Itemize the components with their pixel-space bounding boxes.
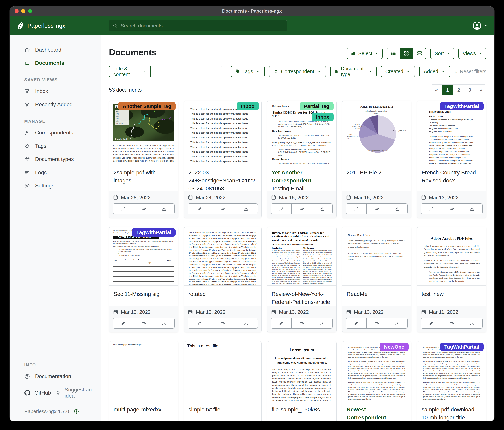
download-document-button[interactable] bbox=[312, 204, 333, 214]
document-card[interactable]: TagWithPartialLorem ipsum dolor sit amet… bbox=[417, 341, 486, 421]
tag-inbox[interactable]: Inbox bbox=[237, 102, 259, 111]
preview-document-button[interactable] bbox=[133, 204, 154, 214]
document-title[interactable]: 2011 BP Pie 2 bbox=[342, 164, 411, 191]
document-thumbnail[interactable]: This is a test file. bbox=[184, 341, 261, 401]
document-card[interactable]: InboxThis is a test for the double space… bbox=[184, 101, 261, 218]
edit-document-button[interactable] bbox=[421, 318, 441, 328]
download-document-button[interactable] bbox=[387, 318, 407, 328]
document-title[interactable]: Sec 11-Missing sig bbox=[109, 286, 178, 306]
minimize-window-button[interactable] bbox=[21, 9, 25, 13]
document-title[interactable]: file-sample_150kBs bbox=[267, 401, 336, 421]
edit-document-button[interactable] bbox=[346, 318, 366, 328]
document-card[interactable]: TagWithPartialFrench Country BreadFor th… bbox=[417, 101, 486, 218]
sidebar-item-logs[interactable]: Logs bbox=[9, 166, 101, 179]
document-card[interactable]: This is a test file.simple txt file bbox=[184, 341, 261, 421]
document-card[interactable]: Another Sample TagBoundary Waters TripLe… bbox=[109, 101, 178, 218]
user-menu[interactable] bbox=[472, 16, 488, 35]
edit-document-button[interactable] bbox=[271, 318, 291, 328]
tag-tagwithpartial[interactable]: TagWithPartial bbox=[440, 102, 484, 111]
tag-inbox[interactable]: Inbox bbox=[312, 113, 334, 121]
search-input[interactable] bbox=[120, 23, 283, 29]
views-button[interactable]: Views bbox=[459, 48, 486, 59]
document-thumbnail[interactable]: Contact Sheet DemoGiven a set of image f… bbox=[342, 227, 411, 286]
pagination-page-2[interactable]: 2 bbox=[453, 84, 464, 95]
filter-created-button[interactable]: Created bbox=[381, 66, 415, 77]
preview-document-button[interactable] bbox=[441, 318, 462, 328]
pagination-prev[interactable]: « bbox=[431, 84, 442, 95]
preview-document-button[interactable] bbox=[133, 318, 154, 328]
sidebar-link-suggest-an-idea[interactable]: Suggest an idea bbox=[55, 386, 97, 399]
document-card[interactable]: This is a multi page document. Page 1.mu… bbox=[109, 341, 178, 421]
filter-field-button[interactable]: Title & content bbox=[109, 66, 151, 77]
download-document-button[interactable] bbox=[154, 318, 174, 328]
tag-tagwithpartial[interactable]: TagWithPartial bbox=[132, 228, 176, 237]
download-document-button[interactable] bbox=[234, 204, 258, 214]
edit-document-button[interactable] bbox=[113, 204, 133, 214]
edit-document-button[interactable] bbox=[188, 204, 211, 214]
sidebar-item-documents[interactable]: Documents bbox=[9, 56, 101, 70]
sort-button[interactable]: Sort bbox=[430, 48, 454, 59]
document-thumbnail[interactable]: Review of New York Federal Petitions for… bbox=[267, 227, 336, 286]
filter-added-button[interactable]: Added bbox=[419, 66, 450, 77]
sidebar-item-correspondents[interactable]: Correspondents bbox=[9, 126, 101, 139]
document-card[interactable]: Lorem ipsumLorem ipsum dolor sit amet, c… bbox=[267, 341, 336, 421]
pagination-page-3[interactable]: 3 bbox=[464, 84, 475, 95]
close-window-button[interactable] bbox=[15, 9, 19, 13]
edit-document-button[interactable] bbox=[271, 204, 291, 214]
document-card[interactable]: This is the text that appears on the fir… bbox=[184, 227, 261, 333]
sidebar-item-settings[interactable]: Settings bbox=[9, 179, 101, 192]
document-thumbnail[interactable]: This is a multi page document. Page 1. bbox=[109, 341, 178, 401]
sidebar-item-dashboard[interactable]: Dashboard bbox=[9, 43, 101, 56]
document-title[interactable]: multi-page-mixedxx bbox=[109, 401, 178, 421]
tag-partial-tag[interactable]: Partial Tag bbox=[300, 102, 334, 111]
document-title[interactable]: Yet Another Correspondent: Testing Email bbox=[267, 164, 336, 191]
preview-document-button[interactable] bbox=[211, 318, 234, 328]
zoom-window-button[interactable] bbox=[28, 9, 32, 13]
preview-document-button[interactable] bbox=[291, 318, 312, 328]
reset-filters-button[interactable]: × Reset filters bbox=[454, 69, 486, 74]
preview-document-button[interactable] bbox=[366, 318, 387, 328]
brand[interactable]: Paperless-ngx bbox=[9, 22, 65, 30]
document-title[interactable]: ReadMe bbox=[342, 286, 411, 306]
document-card[interactable]: Partial TagInboxRelease NotesSimba ODBC … bbox=[267, 101, 336, 218]
document-thumbnail[interactable]: Patient BP Distribution 2011Normal, 150,… bbox=[342, 101, 411, 164]
filter-correspondent-button[interactable]: Correspondent bbox=[269, 66, 326, 77]
document-card[interactable]: Patient BP Distribution 2011Normal, 150,… bbox=[342, 101, 412, 218]
document-card[interactable]: Review of New York Federal Petitions for… bbox=[267, 227, 336, 333]
tag-another-sample-tag[interactable]: Another Sample Tag bbox=[118, 102, 175, 111]
global-search[interactable] bbox=[109, 20, 287, 31]
document-title[interactable]: Review-of-New-York-Federal-Petitions-art… bbox=[267, 286, 336, 306]
sidebar-item-recently-added[interactable]: Recently Added bbox=[9, 98, 101, 111]
document-title[interactable]: rotated bbox=[184, 286, 261, 306]
document-card[interactable]: Contact Sheet DemoGiven a set of image f… bbox=[342, 227, 412, 333]
document-card[interactable]: Adobe Acrobat PDF FilesAdobe® Portable D… bbox=[417, 227, 486, 333]
view-toggle-grid4[interactable] bbox=[400, 48, 413, 59]
edit-document-button[interactable] bbox=[421, 204, 441, 214]
tag-newone[interactable]: NewOne bbox=[380, 343, 409, 351]
download-document-button[interactable] bbox=[154, 204, 174, 214]
pagination-page-1[interactable]: 1 bbox=[442, 84, 453, 95]
preview-document-button[interactable] bbox=[366, 204, 387, 214]
filter-text-input[interactable] bbox=[151, 66, 222, 77]
sidebar-item-tags[interactable]: Tags bbox=[9, 139, 101, 153]
document-card[interactable]: NewOneLorem ipsum dolor sit amet, consec… bbox=[342, 341, 412, 421]
sidebar-item-inbox[interactable]: Inbox bbox=[9, 84, 101, 98]
download-document-button[interactable] bbox=[312, 318, 333, 328]
document-title[interactable]: test_new bbox=[417, 286, 486, 306]
pagination-next[interactable]: » bbox=[475, 84, 486, 95]
document-thumbnail[interactable]: Lorem ipsumLorem ipsum dolor sit amet, c… bbox=[267, 341, 336, 401]
preview-document-button[interactable] bbox=[211, 204, 234, 214]
document-title[interactable]: 2022-03-24+Sonstige+ScanPC2022-03-24_081… bbox=[184, 164, 261, 191]
document-thumbnail[interactable]: Adobe Acrobat PDF FilesAdobe® Portable D… bbox=[417, 227, 486, 286]
preview-document-button[interactable] bbox=[291, 204, 312, 214]
download-document-button[interactable] bbox=[234, 318, 258, 328]
document-thumbnail[interactable]: This is the text that appears on the fir… bbox=[184, 227, 261, 286]
view-toggle-stack[interactable] bbox=[413, 48, 426, 59]
document-title[interactable]: French Country Bread Revised.docx bbox=[417, 164, 486, 191]
tag-tagwithpartial[interactable]: TagWithPartial bbox=[440, 343, 484, 351]
document-title[interactable]: simple txt file bbox=[184, 401, 261, 421]
document-card[interactable]: TagWithPartialApplication for Medical St… bbox=[109, 227, 178, 333]
document-title[interactable]: sample-pdf-download-10-mb-longer-title bbox=[417, 401, 486, 421]
filter-document-type-button[interactable]: Document type bbox=[330, 66, 377, 77]
sidebar-link-github[interactable]: GitHub bbox=[24, 390, 51, 396]
